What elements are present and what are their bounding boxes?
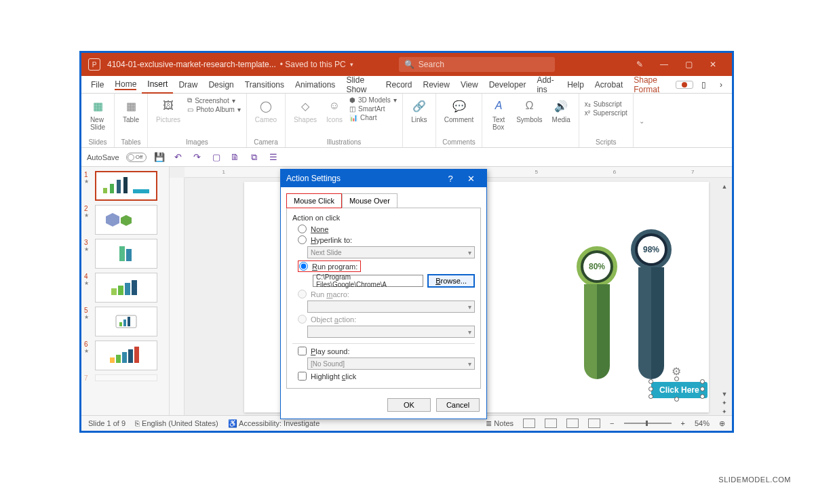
menu-animations[interactable]: Animations <box>290 76 341 94</box>
tab-mouse-click[interactable]: Mouse Click <box>286 193 342 208</box>
menu-addins[interactable]: Add-ins <box>531 76 562 94</box>
radio-run-program[interactable] <box>299 262 308 271</box>
zoom-out[interactable]: − <box>610 419 614 427</box>
ok-button[interactable]: OK <box>387 398 431 412</box>
menu-design[interactable]: Design <box>203 76 239 94</box>
thumbnail-5[interactable]: 5★ <box>84 307 166 336</box>
accessibility-status[interactable]: ♿ Accessibility: Investigate <box>228 419 320 428</box>
tab-mouse-over[interactable]: Mouse Over <box>342 193 398 208</box>
close-button[interactable]: ✕ <box>701 53 725 76</box>
zoom-level[interactable]: 54% <box>695 419 710 427</box>
autosave-toggle[interactable]: Off <box>126 153 147 162</box>
group-slides: Slides <box>87 138 109 146</box>
pen-icon[interactable]: ✎ <box>627 53 652 76</box>
links-button[interactable]: 🔗Links <box>408 96 430 125</box>
superscript-button[interactable]: x² Superscript <box>585 109 627 117</box>
menu-transitions[interactable]: Transitions <box>239 76 290 94</box>
dialog-close-button[interactable]: ✕ <box>461 174 481 184</box>
group-action-on-click: Action on click <box>292 214 475 222</box>
ribbon-display-options[interactable]: ▯ <box>696 76 712 94</box>
chart-icon: 📊 <box>349 114 357 121</box>
symbols-button[interactable]: ΩSymbols <box>513 96 545 125</box>
undo-icon[interactable]: ↶ <box>172 151 185 163</box>
menu-record[interactable]: Record <box>381 76 418 94</box>
photo-album-button[interactable]: ▭Photo Album ▾ <box>187 106 241 113</box>
view-slideshow[interactable] <box>588 419 600 428</box>
save-icon[interactable]: 💾 <box>153 151 166 163</box>
run-program-path[interactable]: C:\Program Files\Google\Chrome\A <box>313 275 423 287</box>
thumbnail-7[interactable]: 7 <box>84 374 166 382</box>
object-action-combo: ▾ <box>307 326 475 338</box>
language-indicator[interactable]: ⎘ English (United States) <box>135 419 218 427</box>
notes-button[interactable]: ≣ Notes <box>486 419 513 428</box>
menu-slideshow[interactable]: Slide Show <box>341 76 380 94</box>
screenshot-button[interactable]: ⧉Screenshot ▾ <box>187 96 241 104</box>
menu-view[interactable]: View <box>455 76 484 94</box>
media-button[interactable]: 🔊Media <box>549 96 573 125</box>
sound-combo: [No Sound]▾ <box>307 357 475 370</box>
watermark: SLIDEMODEL.COM <box>718 476 791 484</box>
thumbnail-1[interactable]: 1★ <box>84 171 166 201</box>
search-icon: 🔍 <box>404 60 414 69</box>
menu-review[interactable]: Review <box>418 76 455 94</box>
dialog-help-button[interactable]: ? <box>440 174 461 184</box>
chevron-down-icon[interactable]: ⌄ <box>639 117 644 125</box>
menu-acrobat[interactable]: Acrobat <box>589 76 628 94</box>
radio-hyperlink[interactable]: Hyperlink to: <box>298 235 475 244</box>
view-sorter[interactable] <box>545 419 557 428</box>
checkbox-play-sound[interactable]: Play sound: <box>298 347 475 355</box>
pill-shape-80[interactable]: 80% <box>577 246 617 379</box>
pill-shape-98[interactable]: 98% <box>631 229 672 379</box>
menu-file[interactable]: File <box>85 76 109 94</box>
minimize-button[interactable]: — <box>652 53 676 76</box>
link-icon: 🔗 <box>411 98 427 114</box>
fit-to-window[interactable]: ⊕ <box>719 419 725 428</box>
pictures-button[interactable]: 🖼Pictures <box>153 96 183 125</box>
cameo-button[interactable]: ◯Cameo <box>252 96 279 125</box>
menu-shape-format[interactable]: Shape Format <box>628 76 676 94</box>
thumbnail-6[interactable]: 6★ <box>84 341 166 370</box>
icons-button[interactable]: ☺Icons <box>324 96 345 125</box>
menu-home[interactable]: Home <box>109 76 142 94</box>
thumbnail-2[interactable]: 2★ <box>84 205 166 235</box>
thumbnail-4[interactable]: 4★ <box>84 273 166 303</box>
group-images: Images <box>153 138 241 146</box>
svg-marker-5 <box>106 213 119 227</box>
browse-button[interactable]: Browse... <box>427 274 475 288</box>
redo-icon[interactable]: ↷ <box>191 151 204 163</box>
new-slide-button[interactable]: ▦New Slide <box>87 96 109 132</box>
view-normal[interactable] <box>523 419 535 428</box>
comment-button[interactable]: 💬Comment <box>442 96 476 125</box>
zoom-in[interactable]: + <box>681 419 685 427</box>
qat-icon-2[interactable]: 🗎 <box>229 151 241 163</box>
text-box-button[interactable]: AText Box <box>488 96 509 132</box>
menu-developer[interactable]: Developer <box>484 76 532 94</box>
qat-icon-1[interactable]: ▢ <box>210 151 222 163</box>
menu-draw[interactable]: Draw <box>173 76 203 94</box>
maximize-button[interactable]: ▢ <box>676 53 701 76</box>
chevron-right-icon[interactable]: › <box>714 76 728 94</box>
qat-icon-4[interactable]: ☰ <box>267 151 279 163</box>
zoom-slider[interactable] <box>624 423 672 424</box>
scrollbar-vertical[interactable]: ▲▼✦✦ <box>720 183 729 415</box>
slide-counter[interactable]: Slide 1 of 9 <box>88 419 125 427</box>
view-reading[interactable] <box>566 419 579 428</box>
record-button[interactable] <box>676 81 693 89</box>
autosave-label: AutoSave <box>87 153 119 161</box>
radio-none[interactable]: None <box>298 225 475 233</box>
chevron-down-icon[interactable]: ▾ <box>350 61 353 68</box>
chart-button[interactable]: 📊Chart <box>349 114 397 121</box>
shapes-button[interactable]: ◇Shapes <box>291 96 319 125</box>
smartart-button[interactable]: ◫SmartArt <box>349 105 397 113</box>
checkbox-highlight-click[interactable]: Highlight click <box>298 372 475 381</box>
subscript-button[interactable]: x₂ Subscript <box>585 100 627 108</box>
menu-insert[interactable]: Insert <box>142 76 173 94</box>
search-input[interactable]: 🔍 Search <box>399 57 555 72</box>
cancel-button[interactable]: Cancel <box>436 398 480 412</box>
table-button[interactable]: ▦Table <box>120 96 142 125</box>
qat-icon-3[interactable]: ⧉ <box>248 151 260 163</box>
menu-help[interactable]: Help <box>562 76 589 94</box>
click-here-button[interactable]: Click Here <box>651 382 708 398</box>
thumbnail-3[interactable]: 3★ <box>84 239 166 269</box>
3d-models-button[interactable]: ⬢3D Models ▾ <box>349 96 397 104</box>
